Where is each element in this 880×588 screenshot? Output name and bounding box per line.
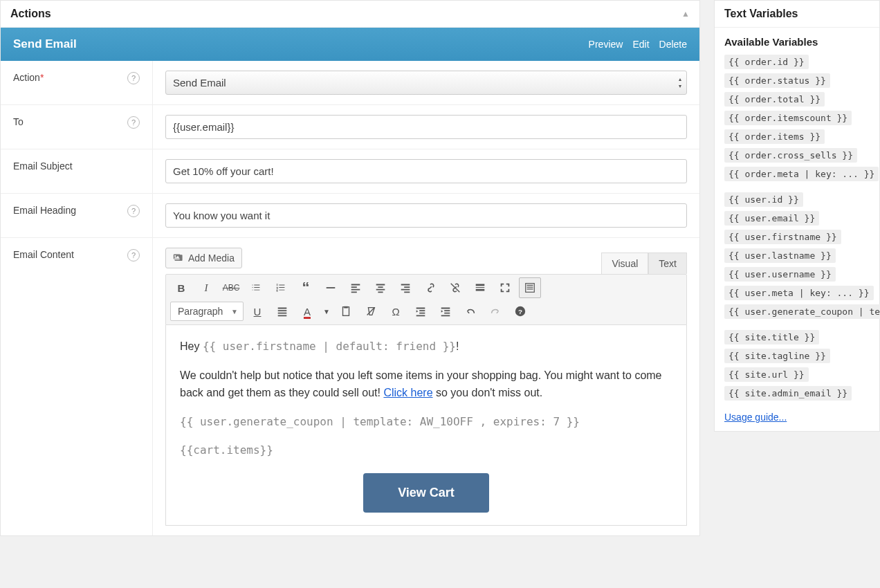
- svg-rect-1: [526, 284, 535, 293]
- view-cart-button[interactable]: View Cart: [363, 473, 489, 513]
- collapse-icon[interactable]: ▲: [681, 9, 690, 19]
- readmore-icon[interactable]: [469, 277, 491, 298]
- text-color-dropdown-icon[interactable]: ▼: [321, 301, 332, 322]
- variable-chip[interactable]: {{ order.total }}: [724, 92, 825, 107]
- row-subject: Email Subject: [1, 149, 699, 194]
- paste-text-icon[interactable]: [335, 301, 357, 322]
- variable-chip[interactable]: {{ site.tagline }}: [724, 349, 830, 363]
- special-char-icon[interactable]: Ω: [385, 301, 407, 322]
- action-header-links: Preview Edit Delete: [589, 39, 687, 50]
- variable-chip[interactable]: {{ site.title }}: [724, 330, 819, 344]
- strikethrough-icon[interactable]: ABC: [220, 277, 242, 298]
- bullet-list-icon[interactable]: [245, 277, 267, 298]
- variable-group: {{ site.title }}{{ site.tagline }}{{ sit…: [724, 330, 870, 401]
- text-variables-panel: Text Variables Available Variables {{ or…: [714, 0, 880, 432]
- indent-icon[interactable]: [434, 301, 457, 322]
- media-icon: [173, 252, 184, 264]
- fullscreen-icon[interactable]: [494, 277, 516, 298]
- usage-guide-link[interactable]: Usage guide...: [724, 412, 787, 423]
- subject-input[interactable]: [165, 159, 687, 183]
- variable-chip[interactable]: {{ site.admin_email }}: [724, 386, 852, 401]
- text-variables-title: Text Variables: [724, 8, 798, 20]
- align-justify-icon[interactable]: [271, 301, 293, 322]
- click-here-link[interactable]: Click here: [383, 387, 432, 398]
- tab-visual[interactable]: Visual: [601, 252, 648, 274]
- variable-chip[interactable]: {{ order.meta | key: ... }}: [724, 167, 879, 181]
- heading-input[interactable]: [165, 203, 687, 228]
- variable-chip[interactable]: {{ order.items }}: [724, 129, 825, 144]
- row-content: Email Content ? Add Media Visual Text: [1, 238, 699, 535]
- variable-chip[interactable]: {{ order.id }}: [724, 55, 809, 69]
- label-subject: Email Subject: [1, 149, 153, 193]
- editor-content[interactable]: Hey {{ user.firstname | default: friend …: [165, 325, 687, 526]
- text-color-icon[interactable]: A: [296, 301, 318, 322]
- variable-chip[interactable]: {{ user.generate_coupon | template: ... …: [724, 304, 880, 319]
- greeting-var: {{ user.firstname | default: friend }}: [203, 340, 456, 353]
- actions-panel: Actions ▲ Send Email Preview Edit Delete: [0, 0, 700, 536]
- undo-icon[interactable]: [459, 301, 482, 322]
- help-icon[interactable]: ?: [127, 72, 140, 84]
- required-mark: *: [40, 72, 44, 83]
- numbered-list-icon[interactable]: [270, 277, 292, 298]
- row-to: To ?: [1, 105, 699, 149]
- greeting-prefix: Hey: [180, 340, 203, 352]
- svg-text:?: ?: [518, 308, 522, 315]
- add-media-button[interactable]: Add Media: [165, 248, 242, 268]
- clear-formatting-icon[interactable]: [360, 301, 382, 322]
- body-para-b: so you don't miss out.: [433, 387, 543, 398]
- outdent-icon[interactable]: [410, 301, 432, 322]
- greeting-suffix: !: [456, 340, 459, 352]
- italic-icon[interactable]: I: [195, 277, 217, 298]
- align-center-icon[interactable]: [369, 277, 392, 298]
- variable-chip[interactable]: {{ order.status }}: [724, 73, 830, 88]
- delete-link[interactable]: Delete: [659, 39, 687, 50]
- edit-link[interactable]: Edit: [632, 39, 649, 50]
- variable-chip[interactable]: {{ user.id }}: [724, 192, 803, 207]
- underline-icon[interactable]: U: [246, 301, 268, 322]
- hr-icon[interactable]: [320, 277, 342, 298]
- align-right-icon[interactable]: [394, 277, 416, 298]
- variable-chip[interactable]: {{ user.username }}: [724, 267, 836, 282]
- variable-chip[interactable]: {{ order.itemscount }}: [724, 111, 852, 125]
- link-icon[interactable]: [419, 277, 441, 298]
- coupon-var: {{ user.generate_coupon | template: AW_1…: [180, 413, 672, 431]
- cart-items-var: {{cart.items}}: [180, 441, 672, 459]
- available-variables-heading: Available Variables: [724, 36, 870, 48]
- help-icon[interactable]: ?: [127, 249, 140, 261]
- action-header: Send Email Preview Edit Delete: [1, 28, 699, 61]
- redo-icon[interactable]: [484, 301, 506, 322]
- action-select[interactable]: Send Email: [165, 71, 687, 95]
- variable-chip[interactable]: {{ user.email }}: [724, 211, 819, 226]
- variable-group: {{ order.id }}{{ order.status }}{{ order…: [724, 55, 870, 181]
- help-toolbar-icon[interactable]: ?: [509, 301, 531, 322]
- to-input[interactable]: [165, 115, 687, 139]
- svg-rect-0: [327, 287, 336, 288]
- variable-chip[interactable]: {{ user.firstname }}: [724, 230, 841, 244]
- row-action: Action* ? Send Email ▴▾: [1, 61, 699, 105]
- label-content: Email Content ?: [1, 238, 153, 535]
- action-card: Send Email Preview Edit Delete Action* ?: [1, 28, 699, 535]
- align-left-icon[interactable]: [345, 277, 367, 298]
- variable-chip[interactable]: {{ user.lastname }}: [724, 248, 836, 263]
- variable-chip[interactable]: {{ order.cross_sells }}: [724, 148, 857, 163]
- row-heading: Email Heading ?: [1, 194, 699, 238]
- editor-toolbar: B I ABC “: [165, 274, 687, 325]
- blockquote-icon[interactable]: “: [295, 277, 317, 298]
- help-icon[interactable]: ?: [127, 205, 140, 217]
- variable-chip[interactable]: {{ site.url }}: [724, 367, 809, 382]
- variable-group: {{ user.id }}{{ user.email }}{{ user.fir…: [724, 192, 870, 319]
- text-variables-header: Text Variables: [715, 1, 879, 28]
- variable-chip[interactable]: {{ user.meta | key: ... }}: [724, 286, 874, 300]
- format-select[interactable]: Paragraph: [170, 302, 244, 321]
- editor-tabs: Visual Text: [601, 252, 687, 274]
- svg-rect-2: [343, 307, 349, 316]
- preview-link[interactable]: Preview: [589, 39, 623, 50]
- actions-panel-header: Actions ▲: [1, 1, 699, 28]
- help-icon[interactable]: ?: [127, 116, 140, 129]
- tab-text[interactable]: Text: [648, 252, 687, 274]
- actions-panel-title: Actions: [10, 8, 51, 20]
- bold-icon[interactable]: B: [170, 277, 192, 298]
- unlink-icon[interactable]: [444, 277, 466, 298]
- toolbar-toggle-icon[interactable]: [519, 277, 541, 298]
- action-header-title: Send Email: [13, 37, 77, 51]
